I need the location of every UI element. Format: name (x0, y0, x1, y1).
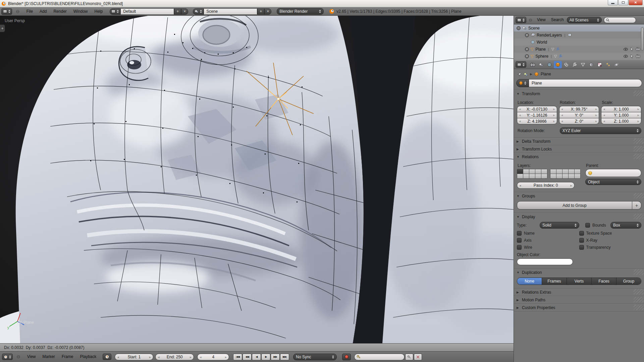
panel-motion-paths-header[interactable]: ▶ Motion Paths (514, 296, 644, 304)
name-checkbox[interactable]: Name (517, 231, 579, 236)
location-x-field[interactable]: ◀X: -0.07130▶ (517, 106, 557, 112)
3d-viewport[interactable]: y User Persp + (4) Plane (0, 16, 514, 343)
outliner-menu-view[interactable]: View (535, 16, 548, 24)
scale-y-field[interactable]: ◀Y: 1.000▶ (601, 112, 641, 118)
menu-add[interactable]: Add (37, 7, 50, 16)
add-layout-button[interactable]: + (174, 8, 181, 15)
next-keyframe-button[interactable]: ▶▶ (271, 354, 280, 360)
tab-material[interactable] (587, 61, 595, 68)
eye-icon[interactable] (624, 55, 628, 58)
scale-x-field[interactable]: ◀X: 1.000▶ (601, 106, 641, 112)
use-preview-range-button[interactable] (103, 354, 111, 360)
current-frame-field[interactable]: ◀ 4 ▶ (197, 354, 229, 360)
delete-layout-button[interactable]: × (181, 8, 188, 15)
layer-cell[interactable] (556, 169, 562, 174)
tab-render[interactable] (529, 61, 537, 68)
timeline-menu-frame[interactable]: Frame (59, 353, 76, 361)
object-name-input[interactable]: Plane (529, 79, 642, 87)
panel-display-header[interactable]: ▼ Display (514, 213, 644, 221)
layer-cell[interactable] (575, 174, 580, 178)
timeline-menu-view[interactable]: View (24, 353, 39, 361)
duplication-verts-button[interactable]: Verts (567, 278, 591, 285)
frame-start-field[interactable]: ◀ Start: 1 ▶ (115, 354, 153, 360)
outliner-row-renderlayers[interactable]: + RenderLayers | (514, 32, 644, 39)
layer-cell[interactable] (535, 169, 541, 174)
new-group-button[interactable]: + (632, 201, 641, 209)
insert-keyframe-button[interactable] (405, 354, 413, 360)
rotation-x-field[interactable]: ◀X: 99.75°▶ (559, 106, 599, 112)
layer-cell[interactable] (575, 169, 580, 174)
layer-cell[interactable] (523, 169, 529, 174)
pass-index-field[interactable]: ◀ Pass Index: 0 ▶ (517, 182, 575, 189)
outliner-row-scene[interactable]: − Scene (514, 24, 644, 32)
play-button[interactable]: ▶ (261, 354, 270, 360)
panel-transform-locks-header[interactable]: ▶ Transform Locks (514, 145, 644, 153)
menu-help[interactable]: Help (91, 7, 106, 16)
layer-cell[interactable] (569, 174, 574, 178)
rotation-mode-dropdown[interactable]: XYZ Euler (560, 127, 641, 134)
layer-cell[interactable] (541, 174, 547, 178)
window-titlebar[interactable]: Blender* [D:\SCULPTRIS\BLENDER\FILLE\mon… (0, 0, 644, 7)
tab-object[interactable] (554, 61, 562, 68)
auto-keyframe-button[interactable] (342, 354, 351, 360)
frame-end-field[interactable]: ◀ End: 250 ▶ (155, 354, 194, 360)
layer-cell[interactable] (529, 169, 535, 174)
collapse-menus-icon[interactable]: ⊖ (13, 353, 23, 361)
tab-modifiers[interactable] (571, 61, 579, 68)
duplication-faces-button[interactable]: Faces (591, 278, 616, 285)
editor-type-button-properties[interactable] (516, 61, 526, 68)
panel-groups-header[interactable]: ▼ Groups (514, 192, 644, 200)
duplication-none-button[interactable]: None (517, 278, 542, 285)
rotation-y-field[interactable]: ◀Y: 0°▶ (559, 112, 599, 118)
scene-icon-button[interactable] (193, 8, 204, 15)
outliner-scrollbar[interactable] (641, 27, 644, 51)
collapse-menus-icon[interactable]: ⊖ (527, 16, 534, 24)
wire-checkbox[interactable]: Wire (517, 245, 579, 250)
jump-to-start-button[interactable]: |◀◀ (233, 354, 242, 360)
panel-relations-extras-header[interactable]: ▶ Relations Extras (514, 289, 644, 296)
parent-object-field[interactable] (585, 169, 641, 177)
screen-layout-field[interactable]: Default (120, 8, 174, 15)
bounds-type-dropdown[interactable]: Box (610, 222, 641, 229)
toolshelf-expand-tab[interactable]: + (0, 24, 5, 32)
location-z-field[interactable]: ◀Z: 4.19866▶ (517, 118, 557, 124)
object-color-swatch[interactable] (517, 258, 573, 265)
expand-icon[interactable]: + (525, 54, 529, 58)
editor-type-button-timeline[interactable] (2, 354, 13, 360)
transparency-checkbox[interactable]: Transparency (579, 245, 642, 250)
pin-icon[interactable] (517, 72, 522, 76)
duplication-frames-button[interactable]: Frames (542, 278, 567, 285)
outliner-row-sphere[interactable]: + ▽ Sphere | ▽ (514, 53, 644, 60)
sync-mode-dropdown[interactable]: No Sync (293, 354, 337, 360)
screen-layout-icon-button[interactable] (110, 8, 120, 15)
cursor-icon[interactable] (630, 47, 634, 51)
tab-world[interactable] (545, 61, 553, 68)
tab-texture[interactable] (596, 61, 604, 68)
delete-scene-button[interactable]: × (264, 8, 271, 15)
layer-cell[interactable] (535, 174, 541, 178)
outliner-row-world[interactable]: World (514, 39, 644, 46)
layer-cell[interactable] (556, 174, 562, 178)
panel-relations-header[interactable]: ▼ Relations (514, 153, 644, 161)
camera-icon[interactable] (636, 54, 640, 58)
draw-type-dropdown[interactable]: Solid (540, 222, 579, 229)
expand-icon[interactable]: + (525, 47, 529, 51)
layer-cell[interactable] (550, 174, 556, 178)
editor-type-button-outliner[interactable] (516, 17, 526, 23)
expand-icon[interactable]: + (525, 33, 529, 37)
layer-cell[interactable] (523, 174, 529, 178)
collapse-menus-icon[interactable]: ⊖ (13, 7, 23, 16)
cursor-icon[interactable] (630, 54, 634, 58)
minimize-button[interactable] (608, 0, 618, 5)
scale-z-field[interactable]: ◀Z: 1.000▶ (601, 118, 641, 124)
bounds-checkbox[interactable]: Bounds (585, 223, 608, 228)
delete-keyframe-button[interactable] (414, 354, 422, 360)
layer-cell[interactable] (517, 169, 523, 174)
layer-cell[interactable] (562, 174, 568, 178)
scene-field[interactable]: Scene (204, 8, 257, 15)
rotation-z-field[interactable]: ◀Z: 0°▶ (559, 118, 599, 124)
close-button[interactable]: ✕ (629, 0, 643, 5)
tab-scene[interactable] (537, 61, 545, 68)
xray-checkbox[interactable]: X-Ray (579, 238, 642, 243)
layer-cell[interactable] (541, 169, 547, 174)
